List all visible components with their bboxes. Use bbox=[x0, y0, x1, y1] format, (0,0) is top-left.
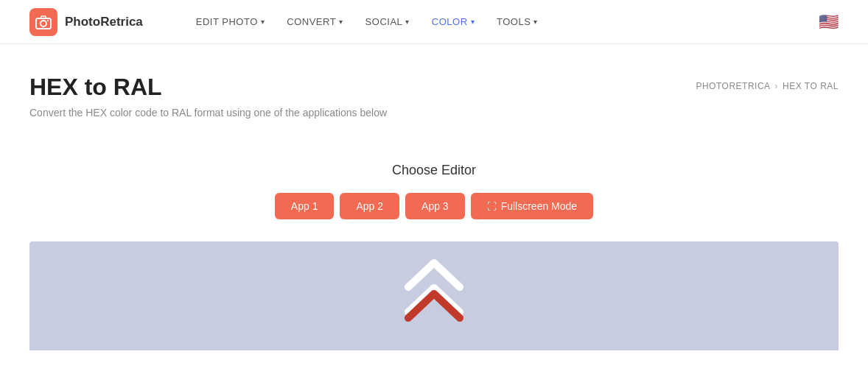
breadcrumb-home: PHOTORETRICA bbox=[696, 81, 770, 91]
header: PhotoRetrica EDIT PHOTO ▾ CONVERT ▾ SOCI… bbox=[0, 0, 868, 44]
logo-text: PhotoRetrica bbox=[65, 15, 143, 29]
page-title: HEX to RAL bbox=[29, 74, 162, 101]
nav-tools[interactable]: TOOLS ▾ bbox=[488, 10, 547, 33]
svg-point-2 bbox=[47, 20, 49, 21]
fullscreen-icon: ⛶ bbox=[487, 201, 497, 212]
app1-button[interactable]: App 1 bbox=[275, 193, 335, 219]
chevron-down-icon: ▾ bbox=[405, 18, 410, 26]
logo[interactable]: PhotoRetrica bbox=[29, 8, 143, 36]
nav-edit-photo[interactable]: EDIT PHOTO ▾ bbox=[187, 10, 273, 33]
svg-point-1 bbox=[41, 21, 46, 26]
app3-button[interactable]: App 3 bbox=[405, 193, 465, 219]
breadcrumb-separator: › bbox=[775, 81, 779, 91]
logo-icon bbox=[29, 8, 57, 36]
editor-buttons: App 1 App 2 App 3 ⛶ Fullscreen Mode bbox=[29, 193, 839, 219]
page-subtitle: Convert the HEX color code to RAL format… bbox=[29, 107, 839, 119]
breadcrumb: PHOTORETRICA › HEX TO RAL bbox=[696, 74, 839, 91]
chevron-down-icon: ▾ bbox=[471, 18, 475, 26]
choose-editor-section: Choose Editor App 1 App 2 App 3 ⛶ Fullsc… bbox=[29, 148, 839, 241]
main-nav: EDIT PHOTO ▾ CONVERT ▾ SOCIAL ▾ COLOR ▾ … bbox=[187, 10, 839, 33]
fullscreen-button[interactable]: ⛶ Fullscreen Mode bbox=[471, 193, 594, 219]
app2-button[interactable]: App 2 bbox=[340, 193, 399, 219]
nav-color[interactable]: COLOR ▾ bbox=[423, 10, 483, 33]
chevron-down-icon: ▾ bbox=[261, 18, 265, 26]
chevrons-graphic bbox=[401, 252, 467, 340]
choose-editor-title: Choose Editor bbox=[29, 163, 839, 178]
chevron-down-icon: ▾ bbox=[533, 18, 538, 26]
nav-convert[interactable]: CONVERT ▾ bbox=[278, 10, 351, 33]
preview-area bbox=[29, 241, 839, 350]
chevron-down-icon: ▾ bbox=[339, 18, 343, 26]
language-flag[interactable]: 🇺🇸 bbox=[819, 13, 839, 32]
breadcrumb-current: HEX TO RAL bbox=[783, 81, 839, 91]
page-header: HEX to RAL PHOTORETRICA › HEX TO RAL bbox=[29, 74, 839, 101]
main-content: HEX to RAL PHOTORETRICA › HEX TO RAL Con… bbox=[0, 44, 868, 350]
nav-social[interactable]: SOCIAL ▾ bbox=[357, 10, 419, 33]
